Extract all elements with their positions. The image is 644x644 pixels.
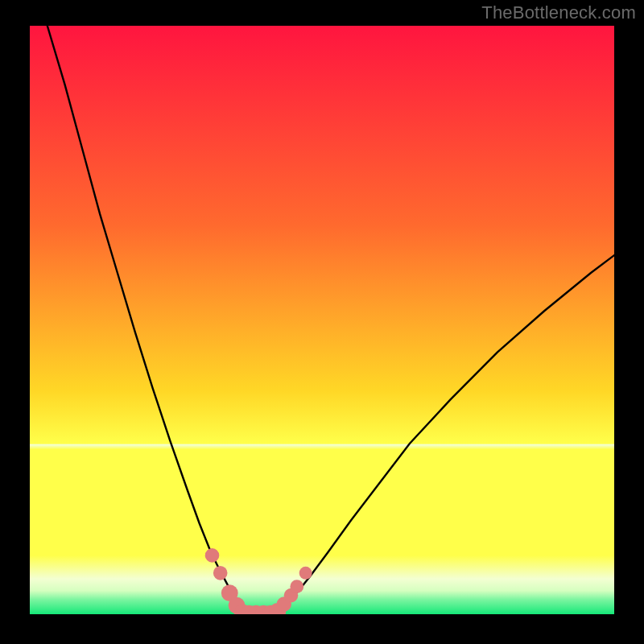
data-marker (290, 580, 303, 593)
frame: TheBottleneck.com (0, 0, 644, 644)
data-marker (213, 566, 228, 580)
chart-svg (30, 26, 614, 614)
data-marker (299, 567, 312, 580)
gradient-background (30, 26, 614, 614)
watermark-text: TheBottleneck.com (481, 2, 636, 23)
plot-area (30, 26, 614, 614)
data-marker (205, 548, 220, 563)
